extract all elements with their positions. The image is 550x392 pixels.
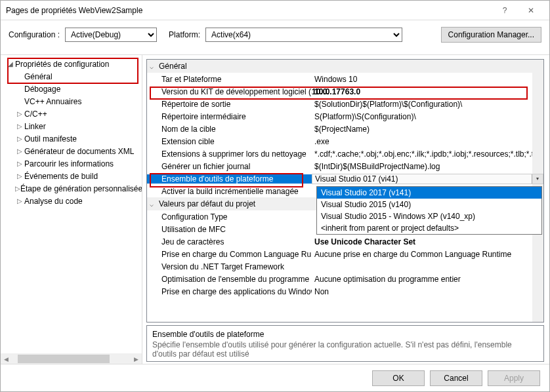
property-name: Nom de la cible <box>147 125 312 134</box>
dropdown-option[interactable]: Visual Studio 2015 - Windows XP (v140_xp… <box>317 210 541 222</box>
tree-item-debug[interactable]: Débogage <box>3 83 142 95</box>
property-value[interactable]: Aucune optimisation du programme entier <box>312 275 543 284</box>
property-name: Optimisation de l'ensemble du programme <box>147 275 312 284</box>
collapse-icon: ⌵ <box>150 201 159 208</box>
config-bar: Configuration : Active(Debug) Platform: … <box>1 20 549 55</box>
section-general[interactable]: ⌵Général <box>147 60 543 73</box>
property-value[interactable]: Windows 10 <box>312 75 543 84</box>
tree-item-general[interactable]: Général <box>3 70 142 83</box>
tree-item-custom[interactable]: ▷Étape de génération personnalisée <box>3 182 142 195</box>
scroll-thumb[interactable] <box>18 355 110 363</box>
property-name: Activer la build incrémentielle managée <box>147 187 312 196</box>
help-title: Ensemble d'outils de plateforme <box>152 330 538 339</box>
property-row[interactable]: Répertoire intermédiaireS(Platform)\S(Co… <box>147 110 543 123</box>
help-panel: Ensemble d'outils de plateforme Spécifie… <box>146 325 544 362</box>
property-row[interactable]: Générer un fichier journal$(IntDir)$(MSB… <box>147 160 543 172</box>
tree-item-cpp[interactable]: ▷C/C++ <box>3 108 142 120</box>
property-grid: ⌵Général Tar et PlateformeWindows 10Vers… <box>146 59 544 323</box>
ok-button[interactable]: OK <box>372 370 425 386</box>
help-button[interactable]: ? <box>492 1 518 20</box>
expand-icon: ▷ <box>15 123 24 130</box>
dropdown-option[interactable]: Visual Studio 2015 (v140) <box>317 199 541 210</box>
apply-button[interactable]: Apply <box>488 370 540 386</box>
horizontal-scrollbar[interactable]: ◀▶ <box>1 353 142 364</box>
property-name: Prise en charge du Common Language Runti… <box>147 250 312 259</box>
property-value[interactable]: S(Platform)\S(Configuration)\ <box>312 112 543 121</box>
tree-item-vcdirs[interactable]: VC++ Annuaires <box>3 95 142 108</box>
scroll-left-icon[interactable]: ◀ <box>1 353 12 364</box>
property-value[interactable]: Use Unicode Character Set <box>312 237 543 246</box>
property-name: Répertoire de sortie <box>147 100 312 109</box>
property-name: Jeu de caractères <box>147 237 312 246</box>
property-row[interactable]: Prise en charge du Common Language Runti… <box>147 248 543 260</box>
expand-icon: ▷ <box>15 185 20 192</box>
tree-item-xmldoc[interactable]: ▷Générateur de documents XML <box>3 145 142 157</box>
window-title: Pages de propriétés WebView2Sample <box>6 6 492 15</box>
property-row[interactable]: Extensions à supprimer lors du nettoyage… <box>147 147 543 160</box>
platform-label: Platform: <box>169 30 200 39</box>
config-select[interactable]: Active(Debug) <box>65 28 157 42</box>
property-value[interactable]: .exe <box>312 137 543 146</box>
property-row[interactable]: Version du .NET Target Framework <box>147 260 543 273</box>
dropdown-icon[interactable]: ▾ <box>532 174 543 184</box>
property-name: Version du KIT de développement logiciel… <box>147 87 312 96</box>
property-row[interactable]: Optimisation de l'ensemble du programmeA… <box>147 273 543 285</box>
property-name: Configuration Type <box>147 212 312 222</box>
property-value[interactable]: Visual Studio 017 (vi41)▾ <box>312 174 543 184</box>
property-value[interactable]: Non <box>312 287 543 296</box>
expand-icon: ▷ <box>15 197 24 205</box>
property-row[interactable]: Prise en charge des applications du Wind… <box>147 285 543 298</box>
tree-item-manifest[interactable]: ▷Outil manifeste <box>3 132 142 145</box>
platform-toolset-dropdown: Visual Studio 2017 (v141) Visual Studio … <box>316 186 542 235</box>
property-row[interactable]: Jeu de caractèresUse Unicode Character S… <box>147 235 543 248</box>
property-value[interactable]: $(SolutionDir)$(Platform)\$(Configuratio… <box>312 100 543 109</box>
property-value[interactable]: $(ProjectName) <box>312 125 543 134</box>
property-name: Utilisation de MFC <box>147 225 312 234</box>
property-value[interactable]: $(IntDir)$(MSBuildProjectName).log <box>312 162 543 171</box>
dropdown-option[interactable]: <inherit from parent or project defaults… <box>317 222 541 234</box>
property-name: Répertoire intermédiaire <box>147 112 312 121</box>
config-label: Configuration : <box>9 30 60 39</box>
tree-item-browse[interactable]: ▷Parcourir les informations <box>3 157 142 170</box>
property-name: Ensemble d'outils de plateforme <box>147 174 312 184</box>
property-row[interactable]: Ensemble d'outils de plateformeVisual St… <box>147 172 543 185</box>
property-value[interactable]: Aucune prise en charge du Common Languag… <box>312 250 543 259</box>
property-name: Extensions à supprimer lors du nettoyage <box>147 149 312 159</box>
tree-item-analysis[interactable]: ▷Analyse du code <box>3 195 142 207</box>
expand-icon: ▷ <box>15 147 24 155</box>
expand-icon: ▷ <box>15 135 24 142</box>
collapse-icon: ⌵ <box>150 63 159 70</box>
tree-item-linker[interactable]: ▷Linker <box>3 120 142 132</box>
expand-icon: ▷ <box>15 110 24 117</box>
property-name: Version du .NET Target Framework <box>147 262 312 271</box>
property-row[interactable]: Tar et PlateformeWindows 10 <box>147 73 543 85</box>
scroll-right-icon[interactable]: ▶ <box>131 353 142 364</box>
tree-item-buildevents[interactable]: ▷Événements de build <box>3 170 142 182</box>
property-name: Extension cible <box>147 137 312 146</box>
property-row[interactable]: Extension cible.exe <box>147 135 543 147</box>
dialog-footer: OK Cancel Apply <box>1 364 549 391</box>
close-button[interactable]: ✕ <box>518 1 544 20</box>
property-row[interactable]: Nom de la cible$(ProjectName) <box>147 123 543 135</box>
tree-root[interactable]: ◢Propriétés de configuration <box>3 58 142 70</box>
expand-icon: ▷ <box>15 172 24 180</box>
expand-icon: ▷ <box>15 160 24 167</box>
help-text: Spécifie l'ensemble d'outils utilisé pou… <box>152 340 538 359</box>
titlebar: Pages de propriétés WebView2Sample ? ✕ <box>1 1 549 20</box>
config-manager-button[interactable]: Configuration Manager... <box>441 27 541 43</box>
property-row[interactable]: Répertoire de sortie$(SolutionDir)$(Plat… <box>147 98 543 110</box>
platform-select[interactable]: Active(x64) <box>205 28 402 42</box>
property-name: Prise en charge des applications du Wind… <box>147 287 312 296</box>
property-row[interactable]: Version du KIT de développement logiciel… <box>147 85 543 98</box>
property-value[interactable]: *.cdf;*.cache;*.obj;*.obj.enc;*.ilk;*.ip… <box>312 149 543 159</box>
tree-pane: ◢Propriétés de configuration Général Déb… <box>1 55 142 364</box>
property-name: Tar et Plateforme <box>147 75 312 84</box>
cancel-button[interactable]: Cancel <box>430 370 482 386</box>
property-value[interactable]: 10.0.17763.010.0. <box>312 87 543 96</box>
collapse-icon: ◢ <box>6 60 15 68</box>
property-name: Générer un fichier journal <box>147 162 312 171</box>
dropdown-option[interactable]: Visual Studio 2017 (v141) <box>317 187 541 199</box>
